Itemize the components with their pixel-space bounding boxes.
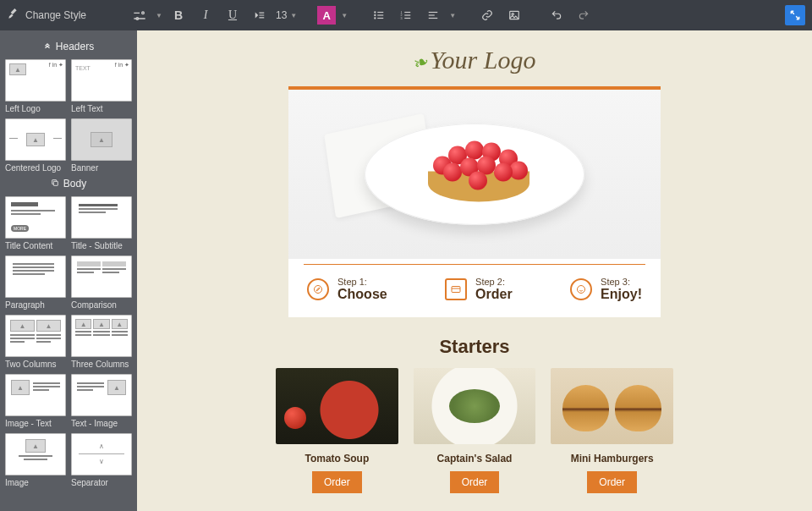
font-size-selector[interactable]: 13▼ — [276, 9, 297, 21]
underline-button[interactable]: U — [222, 4, 244, 26]
caret-down-icon: ▼ — [449, 12, 456, 19]
sidebar-item-comparison[interactable]: Comparison — [71, 256, 132, 310]
hero-block[interactable]: Step 1:Choose Step 2:Order Step 3:Enjoy! — [288, 86, 661, 317]
toolbar: Change Style ▼ B I U 13▼ A ▼ 123 — [0, 0, 812, 30]
card-icon — [445, 278, 467, 300]
steps-row: Step 1:Choose Step 2:Order Step 3:Enjoy! — [288, 265, 661, 317]
email-canvas[interactable]: ❧Your Logo — [137, 30, 812, 511]
sidebar-item-paragraph[interactable]: Paragraph — [5, 256, 66, 310]
sidebar-item-separator[interactable]: ∧∨ Separator — [71, 433, 132, 487]
sidebar-item-two-columns[interactable]: ▲▲ Two Columns — [5, 315, 66, 369]
svg-rect-7 — [377, 18, 383, 19]
starter-mini-hamburgers[interactable]: Mini Hamburgers Order — [551, 368, 673, 493]
brush-icon — [7, 8, 19, 23]
starter-captains-salad[interactable]: Captain's Salad Order — [414, 368, 536, 493]
svg-point-2 — [374, 11, 376, 13]
fullscreen-button[interactable] — [785, 5, 805, 25]
svg-rect-9 — [404, 12, 410, 13]
order-button[interactable]: Order — [587, 471, 637, 493]
svg-point-18 — [512, 14, 513, 15]
svg-rect-13 — [404, 18, 410, 19]
svg-rect-19 — [53, 181, 58, 185]
svg-point-20 — [315, 285, 322, 293]
italic-button[interactable]: I — [195, 4, 217, 26]
svg-rect-16 — [429, 18, 438, 19]
step-enjoy[interactable]: Step 3:Enjoy! — [570, 277, 642, 302]
sidebar: Headers f in ✦▲ Left Logo f in ✦TEXT Lef… — [0, 30, 137, 511]
starter-image[interactable] — [414, 368, 536, 444]
change-style-button[interactable]: Change Style — [25, 9, 86, 21]
text-color-button[interactable]: A — [317, 6, 336, 25]
style-dropdown[interactable] — [129, 4, 151, 26]
image-button[interactable] — [503, 4, 525, 26]
starter-tomato-soup[interactable]: Tomato Soup Order — [276, 368, 398, 493]
svg-rect-21 — [452, 286, 460, 292]
smile-icon — [570, 278, 592, 300]
sidebar-item-title-subtitle[interactable]: Title - Subtitle — [71, 196, 132, 250]
leaf-icon: ❧ — [410, 50, 432, 76]
svg-rect-11 — [404, 14, 410, 15]
copy-icon — [51, 178, 59, 190]
sidebar-item-left-text[interactable]: f in ✦TEXT Left Text — [71, 59, 132, 113]
numbered-list-button[interactable]: 123 — [395, 4, 417, 26]
sidebar-item-banner[interactable]: ▲ Banner — [71, 118, 132, 173]
sidebar-item-text-image[interactable]: ▲ Text - Image — [71, 374, 132, 428]
clear-format-button[interactable] — [249, 4, 271, 26]
svg-point-23 — [578, 285, 585, 293]
svg-rect-15 — [429, 14, 435, 15]
undo-button[interactable] — [546, 4, 568, 26]
order-button[interactable]: Order — [312, 471, 362, 493]
sidebar-item-title-content[interactable]: MORE Title Content — [5, 196, 66, 250]
sidebar-item-left-logo[interactable]: f in ✦▲ Left Logo — [5, 59, 66, 113]
svg-point-4 — [374, 14, 376, 16]
collapse-icon — [43, 41, 52, 52]
link-button[interactable] — [476, 4, 498, 26]
starter-image[interactable] — [551, 368, 673, 444]
svg-rect-5 — [377, 14, 383, 15]
sidebar-headers-title: Headers — [5, 36, 132, 59]
sidebar-item-image-text[interactable]: ▲ Image - Text — [5, 374, 66, 428]
svg-point-6 — [374, 17, 376, 19]
section-title-starters[interactable]: Starters — [137, 317, 812, 368]
order-button[interactable]: Order — [450, 471, 500, 493]
sidebar-body-title: Body — [5, 173, 132, 196]
sidebar-item-three-columns[interactable]: ▲▲▲ Three Columns — [71, 315, 132, 369]
starters-row: Tomato Soup Order Captain's Salad Order … — [276, 368, 673, 493]
hero-image[interactable] — [288, 90, 661, 259]
caret-down-icon: ▼ — [156, 12, 162, 19]
align-button[interactable] — [422, 4, 444, 26]
sidebar-item-centered-logo[interactable]: ▲ Centered Logo — [5, 118, 66, 173]
logo-block[interactable]: ❧Your Logo — [137, 41, 812, 86]
bullet-list-button[interactable] — [368, 4, 390, 26]
bold-button[interactable]: B — [167, 4, 189, 26]
redo-button[interactable] — [573, 4, 595, 26]
svg-text:3: 3 — [401, 16, 403, 20]
starter-image[interactable] — [276, 368, 398, 444]
step-choose[interactable]: Step 1:Choose — [307, 277, 387, 302]
svg-point-0 — [142, 12, 145, 14]
svg-rect-14 — [429, 12, 438, 13]
svg-rect-3 — [377, 12, 383, 13]
compass-icon — [307, 278, 329, 300]
caret-down-icon: ▼ — [341, 12, 348, 19]
step-order[interactable]: Step 2:Order — [445, 277, 513, 302]
sidebar-item-image[interactable]: ▲ Image — [5, 433, 66, 487]
